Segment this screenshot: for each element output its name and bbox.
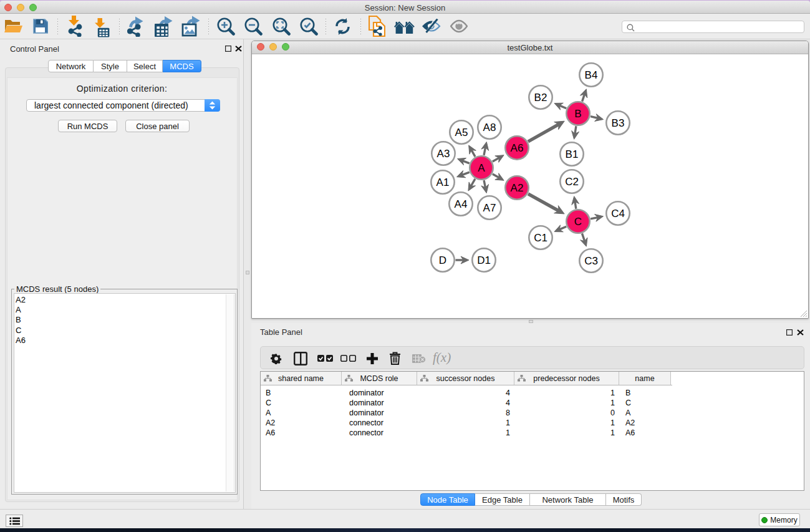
svg-text:A4: A4 [455, 198, 468, 210]
svg-text:A5: A5 [455, 127, 468, 138]
svg-text:A3: A3 [437, 148, 450, 160]
svg-text:A1: A1 [436, 177, 450, 188]
svg-text:B1: B1 [566, 148, 579, 160]
svg-text:A8: A8 [483, 122, 496, 133]
svg-text:B4: B4 [585, 69, 598, 81]
svg-text:C4: C4 [611, 208, 625, 220]
svg-text:D1: D1 [477, 254, 491, 266]
svg-text:C: C [574, 216, 582, 228]
svg-text:B2: B2 [534, 92, 547, 104]
svg-text:A: A [478, 162, 485, 174]
svg-text:C3: C3 [584, 255, 598, 267]
svg-text:B: B [574, 108, 581, 120]
svg-text:D: D [439, 254, 446, 266]
svg-text:A7: A7 [483, 202, 496, 214]
svg-text:A6: A6 [511, 142, 524, 154]
svg-text:B3: B3 [612, 117, 625, 129]
svg-text:A2: A2 [511, 182, 524, 194]
svg-text:C2: C2 [565, 176, 579, 188]
svg-text:C1: C1 [534, 232, 547, 244]
